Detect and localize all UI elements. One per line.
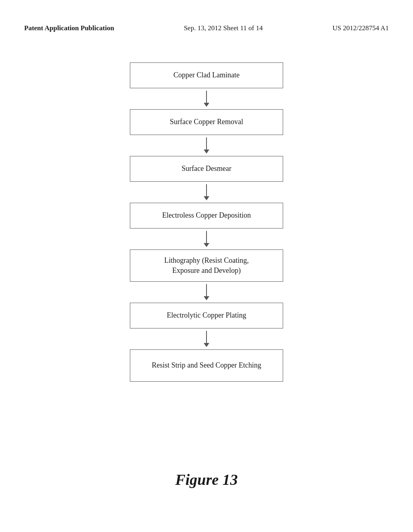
arrow-4: [204, 229, 209, 249]
process-box-5: Lithography (Resist Coating, Exposure an…: [130, 249, 283, 282]
arrow-head: [204, 343, 209, 347]
arrow-2: [204, 135, 209, 156]
arrow-line: [206, 137, 207, 150]
patent-number-label: US 2012/228754 A1: [332, 24, 389, 32]
arrow-line: [206, 91, 207, 103]
figure-caption: Figure 13: [175, 471, 238, 488]
process-box-2: Surface Copper Removal: [130, 109, 283, 135]
arrow-head: [204, 150, 209, 154]
page-header: Patent Application Publication Sep. 13, …: [0, 24, 413, 32]
process-box-6: Electrolytic Copper Plating: [130, 303, 283, 328]
publication-label: Patent Application Publication: [24, 24, 114, 32]
arrow-head: [204, 196, 209, 200]
process-box-1: Copper Clad Laminate: [130, 62, 283, 88]
arrow-1: [204, 88, 209, 109]
arrow-head: [204, 103, 209, 107]
arrow-head: [204, 243, 209, 247]
process-box-7: Resist Strip and Seed Copper Etching: [130, 349, 283, 382]
arrow-line: [206, 231, 207, 243]
arrow-head: [204, 296, 209, 300]
arrow-line: [206, 184, 207, 196]
process-box-3: Surface Desmear: [130, 156, 283, 182]
arrow-5: [204, 282, 209, 303]
arrow-6: [204, 328, 209, 349]
arrow-line: [206, 331, 207, 343]
date-sheet-label: Sep. 13, 2012 Sheet 11 of 14: [184, 24, 263, 32]
arrow-3: [204, 182, 209, 203]
arrow-line: [206, 284, 207, 296]
flowchart: Copper Clad Laminate Surface Copper Remo…: [110, 62, 303, 382]
process-box-4: Electroless Copper Deposition: [130, 203, 283, 229]
